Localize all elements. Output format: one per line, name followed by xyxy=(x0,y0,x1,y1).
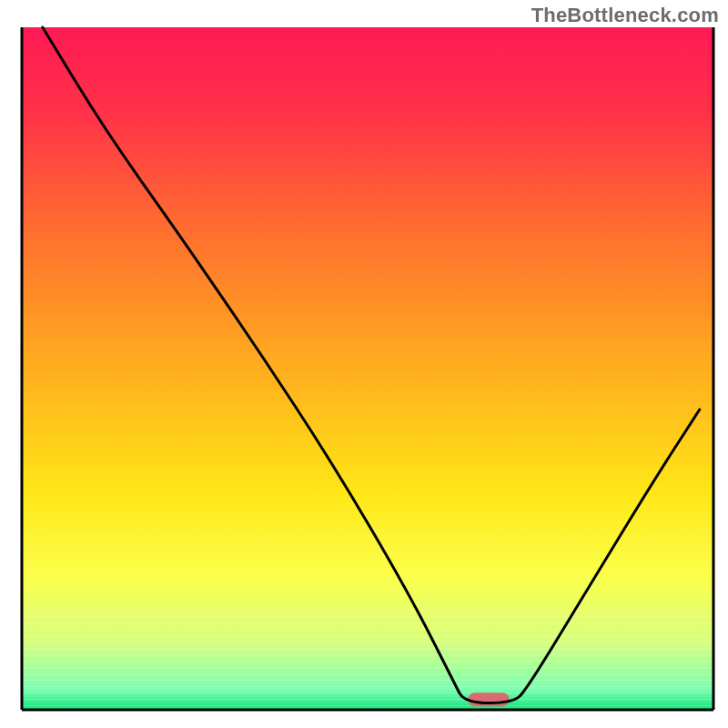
svg-rect-0 xyxy=(22,610,713,611)
svg-rect-2 xyxy=(22,622,713,623)
svg-rect-15 xyxy=(22,705,713,706)
chart-background xyxy=(22,27,713,710)
svg-rect-1 xyxy=(22,616,713,617)
chart-container: TheBottleneck.com xyxy=(0,0,728,728)
svg-rect-9 xyxy=(22,667,713,668)
svg-rect-12 xyxy=(22,686,713,687)
watermark-text: TheBottleneck.com xyxy=(531,4,719,27)
svg-rect-8 xyxy=(22,661,713,662)
svg-rect-13 xyxy=(22,693,713,693)
svg-rect-7 xyxy=(22,654,713,655)
svg-rect-6 xyxy=(22,648,713,649)
svg-rect-10 xyxy=(22,673,713,674)
svg-rect-5 xyxy=(22,642,713,642)
bottleneck-chart xyxy=(0,0,728,728)
svg-rect-4 xyxy=(22,635,713,636)
svg-rect-14 xyxy=(22,699,713,700)
svg-rect-11 xyxy=(22,680,713,681)
svg-rect-3 xyxy=(22,629,713,630)
